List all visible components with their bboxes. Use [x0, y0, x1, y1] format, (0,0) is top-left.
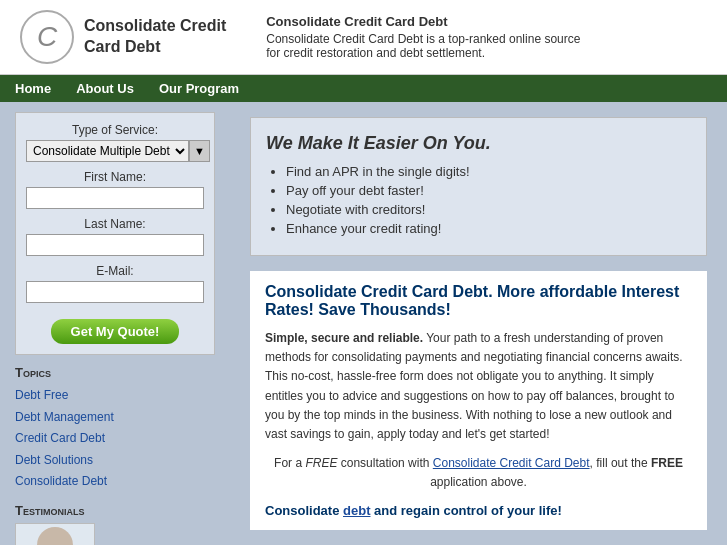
- content-para3: Consolidate debt and regain control of y…: [265, 503, 692, 518]
- testimonial-image: [15, 523, 95, 545]
- topic-link-1[interactable]: Debt Management: [15, 407, 215, 429]
- email-input[interactable]: [26, 281, 204, 303]
- topics-section: Topics Debt Free Debt Management Credit …: [15, 365, 215, 493]
- quote-form: Type of Service: Consolidate Multiple De…: [15, 112, 215, 355]
- content-heading: Consolidate Credit Card Debt. More affor…: [265, 283, 692, 319]
- testimonials-heading: Testimonials: [15, 503, 215, 518]
- para2-mid: consultation with: [337, 456, 432, 470]
- lastname-input[interactable]: [26, 234, 204, 256]
- navigation: Home About Us Our Program: [0, 75, 727, 102]
- content-para2: For a FREE consultation with Consolidate…: [265, 454, 692, 492]
- site-desc: Consolidate Credit Card Debt is a top-ra…: [266, 32, 580, 60]
- service-dropdown-btn[interactable]: ▼: [189, 140, 210, 162]
- site-title: Consolidate Credit Card Debt: [266, 14, 586, 29]
- nav-program[interactable]: Our Program: [159, 81, 239, 96]
- para3-post: and regain control of your life!: [370, 503, 561, 518]
- para2-free2: FREE: [651, 456, 683, 470]
- service-select-wrap: Consolidate Multiple Debt ▼: [26, 140, 204, 162]
- topic-link-0[interactable]: Debt Free: [15, 385, 215, 407]
- promo-list: Find an APR in the single digits! Pay of…: [266, 164, 691, 236]
- logo-text: Consolidate Credit Card Debt: [84, 16, 226, 58]
- lastname-label: Last Name:: [26, 217, 204, 231]
- promo-item-3: Enhance your credit rating!: [286, 221, 691, 236]
- service-label: Type of Service:: [26, 123, 204, 137]
- content-para1-bold: Simple, secure and reliable.: [265, 331, 423, 345]
- right-panel: We Make It Easier On You. Find an APR in…: [230, 102, 727, 545]
- topic-link-3[interactable]: Debt Solutions: [15, 450, 215, 472]
- para2-post: , fill out the: [590, 456, 651, 470]
- promo-box: We Make It Easier On You. Find an APR in…: [250, 117, 707, 256]
- logo-circle: C: [20, 10, 74, 64]
- para3-pre: Consolidate: [265, 503, 343, 518]
- para2-pre: For a: [274, 456, 305, 470]
- promo-item-1: Pay off your debt faster!: [286, 183, 691, 198]
- main-content: Type of Service: Consolidate Multiple De…: [0, 102, 727, 545]
- content-para1-rest: Your path to a fresh understanding of pr…: [265, 331, 683, 441]
- content-para1: Simple, secure and reliable. Your path t…: [265, 329, 692, 444]
- testimonial-person-svg: [20, 523, 90, 545]
- para2-end: application above.: [430, 475, 527, 489]
- para3-link[interactable]: debt: [343, 503, 370, 518]
- nav-about[interactable]: About Us: [76, 81, 134, 96]
- nav-home[interactable]: Home: [15, 81, 51, 96]
- firstname-label: First Name:: [26, 170, 204, 184]
- logo-letter: C: [37, 21, 57, 53]
- para2-link[interactable]: Consolidate Credit Card Debt: [433, 456, 590, 470]
- header-description: Consolidate Credit Card Debt Consolidate…: [266, 14, 586, 60]
- get-quote-button[interactable]: Get My Quote!: [51, 319, 180, 344]
- firstname-input[interactable]: [26, 187, 204, 209]
- topics-heading: Topics: [15, 365, 215, 380]
- logo-area: C Consolidate Credit Card Debt: [20, 10, 226, 64]
- promo-heading: We Make It Easier On You.: [266, 133, 691, 154]
- topic-link-2[interactable]: Credit Card Debt: [15, 428, 215, 450]
- svg-point-0: [37, 527, 73, 545]
- topic-link-4[interactable]: Consolidate Debt: [15, 471, 215, 493]
- left-panel: Type of Service: Consolidate Multiple De…: [0, 102, 230, 545]
- content-area: Consolidate Credit Card Debt. More affor…: [250, 271, 707, 530]
- testimonials-section: Testimonials Thank you Consolidate Credi…: [15, 503, 215, 545]
- service-select[interactable]: Consolidate Multiple Debt: [26, 140, 189, 162]
- promo-item-0: Find an APR in the single digits!: [286, 164, 691, 179]
- page-header: C Consolidate Credit Card Debt Consolida…: [0, 0, 727, 75]
- para2-free: FREE: [305, 456, 337, 470]
- promo-item-2: Negotiate with creditors!: [286, 202, 691, 217]
- email-label: E-Mail:: [26, 264, 204, 278]
